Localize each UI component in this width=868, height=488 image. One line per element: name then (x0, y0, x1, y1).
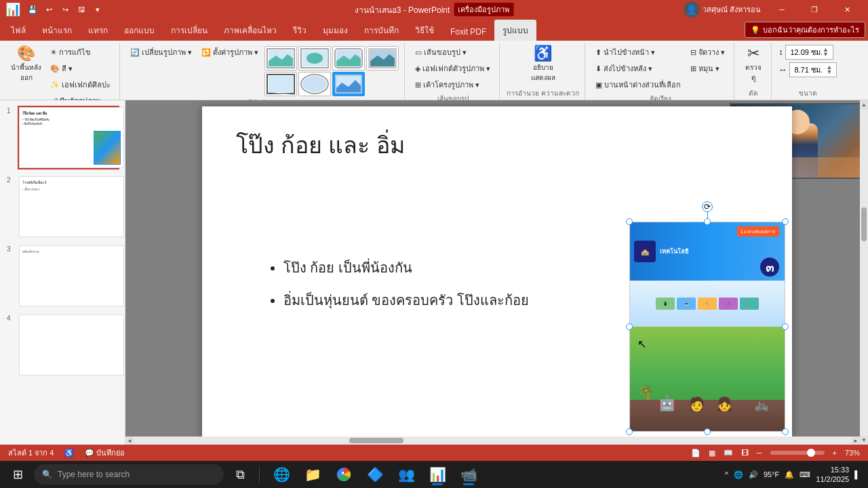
style-item-5[interactable] (264, 72, 297, 96)
handle-bm[interactable] (704, 428, 711, 435)
style-item-4[interactable] (366, 46, 399, 70)
restore-button[interactable]: ❐ (799, 0, 830, 19)
h-scroll-thumb[interactable] (349, 438, 403, 443)
tab-review[interactable]: รีวิว (285, 20, 315, 41)
handle-mr[interactable] (782, 323, 789, 330)
handle-tr[interactable] (782, 218, 789, 225)
redo-button[interactable]: ↪ (58, 3, 72, 16)
slide-thumb-2[interactable]: โรงหนังในเมือง 3 • เนื้อหาสไลด์ 2 (18, 175, 119, 239)
style-item-2[interactable] (298, 46, 331, 70)
taskbar-app-chrome[interactable] (329, 462, 359, 487)
tab-foxitpdf[interactable]: Foxit PDF (442, 23, 494, 41)
tray-keyboard-icon[interactable]: ⌨ (800, 470, 810, 479)
width-input[interactable]: 8.71 ซม. ▲▼ (789, 62, 837, 77)
height-spinner[interactable]: ▲▼ (823, 47, 829, 57)
zoom-plus-button[interactable]: + (833, 449, 837, 457)
zoom-level[interactable]: 73% (845, 449, 860, 457)
right-scrollbar[interactable]: ▲ ▼ (860, 100, 868, 445)
align-button[interactable]: ⊟ จัดวาง ▾ (687, 45, 728, 60)
crop-button[interactable]: ✂ ตรวจดู (741, 45, 766, 84)
tab-view[interactable]: มุมมอง (315, 20, 356, 41)
taskview-button[interactable]: ⧉ (225, 462, 255, 487)
height-input[interactable]: 12.09 ซม. ▲▼ (785, 45, 833, 60)
handle-bl[interactable] (626, 428, 633, 435)
undo-button[interactable]: ↩ (42, 3, 56, 16)
scroll-thumb[interactable] (861, 207, 867, 241)
tab-design[interactable]: ออกแบบ (116, 20, 163, 41)
slide-thumb-4[interactable] (18, 313, 119, 377)
view-reading-button[interactable]: 📖 (724, 449, 733, 458)
taskbar-app-powerpoint[interactable]: 📊 (422, 462, 452, 487)
tab-insert[interactable]: แทรก (80, 20, 116, 41)
zoom-minus-button[interactable]: ─ (757, 449, 762, 457)
accessibility-icon[interactable]: ♿ (64, 449, 74, 458)
minimize-button[interactable]: ─ (766, 0, 797, 19)
tray-network-icon[interactable]: 🌐 (734, 470, 743, 479)
handle-tm[interactable] (704, 218, 711, 225)
width-spinner[interactable]: ▲▼ (826, 65, 832, 75)
taskbar-app-edge2[interactable]: 🔷 (360, 462, 390, 487)
zoom-thumb[interactable] (807, 449, 815, 457)
notes-button[interactable]: 💬 บันทึกย่อ (85, 447, 125, 459)
user-avatar[interactable]: 👤 (684, 1, 700, 18)
taskbar-app-teams[interactable]: 👥 (391, 462, 421, 487)
tab-home[interactable]: หน้าแรก (34, 20, 80, 41)
selection-pane-button[interactable]: ▣ บานหน้าต่างส่วนที่เลือก (592, 77, 684, 92)
rotate-handle[interactable]: ⟳ (702, 201, 713, 212)
tray-chevron[interactable]: ^ (725, 470, 728, 479)
taskbar-app-explorer[interactable]: 📁 (298, 462, 328, 487)
color-button[interactable]: 🎨 สี ▾ (47, 61, 114, 76)
taskbar-app-edge[interactable]: 🌐 (267, 462, 296, 487)
taskbar-app-zoom[interactable]: 📹 (454, 462, 484, 487)
slide-title[interactable]: โป๊ง ก้อย และ อิ่ม (236, 127, 405, 163)
tab-animations[interactable]: ภาพเคลื่อนไหว (216, 20, 285, 41)
scroll-up-arrow[interactable]: ▲ (861, 102, 867, 108)
reset-picture-button[interactable]: 🔁 ตั้งค่ารูปภาพ ▾ (198, 45, 262, 60)
picture-layout-button[interactable]: ⊞ เค้าโครงรูปภาพ ▾ (412, 77, 494, 92)
scroll-right-arrow[interactable]: ► (853, 438, 859, 444)
group-button[interactable]: ⊞ หมุน ▾ (687, 61, 728, 76)
picture-border-button[interactable]: ▭ เส้นขอบรูป ▾ (412, 45, 494, 60)
remove-background-button[interactable]: 🎨 นำพื้นหลังออก (8, 45, 44, 84)
customize-quick-access-button[interactable]: ▾ (91, 3, 104, 16)
close-button[interactable]: ✕ (831, 0, 863, 19)
style-item-1[interactable] (264, 46, 297, 70)
view-normal-button[interactable]: 📄 (691, 449, 701, 458)
start-button[interactable]: ⊞ (3, 462, 33, 487)
change-picture-button[interactable]: 🔄 เปลี่ยนรูปภาพ ▾ (127, 45, 195, 60)
scroll-left-arrow[interactable]: ◄ (127, 438, 132, 444)
save-button[interactable]: 💾 (26, 3, 39, 16)
send-back-button[interactable]: ⬇ ส่งไปข้างหลัง ▾ (592, 61, 684, 76)
present-button[interactable]: 🖫 (75, 3, 88, 16)
slide-thumb-1[interactable]: โป๊ง ก้อย และ อิ่ม • โป๊ง ก้อย เป็นพี่น้… (18, 106, 119, 169)
search-bar[interactable]: 🔍 Type here to search (34, 464, 224, 485)
tray-sound-icon[interactable]: 🔊 (749, 470, 758, 479)
alt-text-button[interactable]: ♿ อธิบายแสดงผล (528, 45, 558, 84)
tab-format[interactable]: รูปแบบ (494, 20, 536, 41)
handle-ml[interactable] (626, 323, 633, 330)
handle-tl[interactable] (626, 218, 633, 225)
picture-effects-button[interactable]: ◈ เอฟเฟกต์ตัวรูปภาพ ▾ (412, 61, 494, 76)
tray-datetime[interactable]: 15:33 11/2/2025 (816, 465, 849, 485)
tell-me-button[interactable]: 💡 บอกฉันว่าคุณต้องการทำอะไร (745, 22, 865, 38)
style-item-7-selected[interactable] (332, 72, 365, 96)
selected-image-container[interactable]: ⟳ 🏫 เทคโนโลยี 1 มหรสพเทศกาล ๓ (629, 222, 785, 432)
handle-br[interactable] (782, 428, 789, 435)
view-presenter-button[interactable]: 🎞 (741, 449, 749, 457)
tab-file[interactable]: ไฟล์ (3, 20, 34, 41)
bottom-scrollbar[interactable]: ◄ ► (125, 436, 860, 445)
tray-show-desktop[interactable]: ▌ (854, 470, 860, 479)
corrections-button[interactable]: ☀ การแก้ไข (47, 45, 114, 60)
scroll-down-arrow[interactable]: ▼ (861, 437, 867, 443)
tray-notification-icon[interactable]: 🔔 (785, 470, 794, 479)
tab-help[interactable]: วิธีใช้ (407, 20, 442, 41)
bring-forward-button[interactable]: ⬆ นำไปข้างหน้า ▾ (592, 45, 684, 60)
tab-transitions[interactable]: การเปลี่ยน (163, 20, 216, 41)
style-item-6[interactable] (298, 72, 331, 96)
zoom-slider[interactable] (770, 451, 825, 455)
style-item-3[interactable] (332, 46, 365, 70)
art-effects-button[interactable]: ✨ เอฟเฟกต์ศิลปะ (47, 77, 114, 92)
slide-thumb-3[interactable]: หลังเลิกงาน (18, 244, 119, 308)
tab-recording[interactable]: การบันทึก (356, 20, 407, 41)
view-slide-sorter-button[interactable]: ▦ (709, 449, 715, 458)
